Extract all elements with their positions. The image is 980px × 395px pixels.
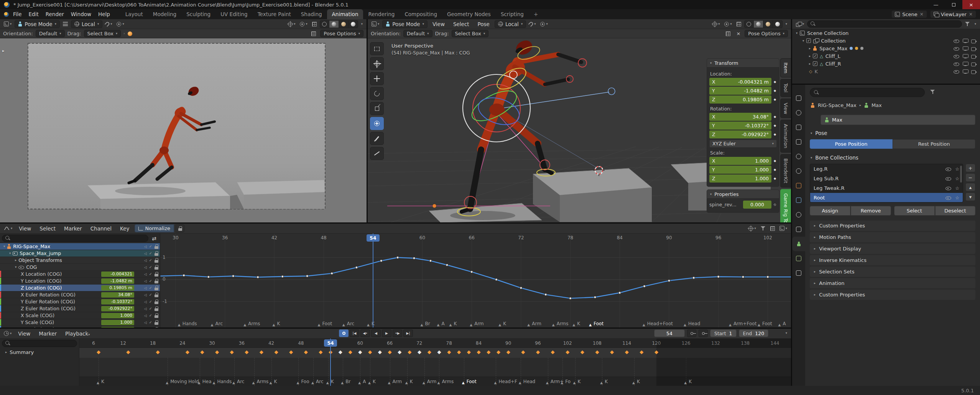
disable-viewport-icon[interactable] [963,69,968,74]
keyframe-decorator-icon[interactable]: ◆ [773,177,777,180]
outliner-row-collection[interactable]: ▾✓Collection [792,37,980,44]
summary-keyframe[interactable]: ◆ [428,349,431,354]
properties-tab-scene[interactable] [792,149,805,164]
keyframe-decorator-icon[interactable]: ◆ [773,133,777,136]
start-frame-field[interactable]: Start1 [710,329,737,337]
summary-keyframe[interactable]: ◆ [186,349,189,354]
summary-keyframe[interactable]: ◆ [319,349,322,354]
properties-tab-world[interactable] [792,164,805,178]
summary-keyframe[interactable]: ◆ [388,349,392,354]
hide-viewport-icon[interactable] [954,69,959,74]
location-y-field[interactable]: Y-1.0482 m [709,87,771,95]
filter-button[interactable] [964,21,972,27]
summary-keyframe[interactable]: ◆ [215,349,219,354]
outliner-row-cliff-r[interactable]: ▸✓△Cliff_R [792,60,980,67]
lock-icon[interactable] [155,313,158,318]
expander-icon[interactable]: ▾ [802,39,804,43]
shading-material-button[interactable] [339,20,349,28]
workspace-tab-layout[interactable]: Layout [120,9,148,19]
select-box-tool-button[interactable] [370,42,384,55]
location-z-field[interactable]: Z0.19805 m [709,95,771,104]
annotate-tool-button[interactable] [370,132,384,145]
keyframe-point[interactable] [355,266,358,268]
summary-keyframe[interactable]: ◆ [625,349,629,354]
channel-row-z-scale-cog[interactable]: Z Scale (COG)1.000◁✓ [0,326,160,328]
workspace-tab-texture-paint[interactable]: Texture Paint [253,9,296,19]
enable-checkbox-icon[interactable]: ✓ [149,293,152,297]
viewport-menu-view[interactable]: View [429,20,448,28]
outliner-row-k[interactable]: ◇K [792,67,980,75]
lock-icon[interactable] [155,286,158,290]
summary-keyframe[interactable]: ◆ [304,349,308,354]
mode-selector[interactable]: Pose Mode▾ [15,20,60,28]
keyframe-point[interactable] [742,276,744,278]
channel-row-rig-space-max[interactable]: ▾RIG-Space_Max◁✓ [0,243,160,250]
enable-checkbox-icon[interactable]: ✓ [149,286,152,290]
playback-menu[interactable]: Playback▾ [62,330,94,337]
graph-menu-channel[interactable]: Channel [87,225,115,232]
keyframe-point[interactable] [766,276,769,278]
scale-z-field[interactable]: Z1.000 [709,174,771,183]
outliner-row-space-max[interactable]: ▸Space_Max [792,44,980,52]
enable-checkbox-icon[interactable]: ✓ [149,306,152,311]
summary-keyframe[interactable]: ◆ [274,349,278,354]
sidebar-tab-item[interactable]: Item [780,58,791,77]
mute-icon[interactable]: ◁ [144,286,147,290]
mute-icon[interactable]: ◁ [144,258,147,262]
keyframe-point[interactable] [717,276,720,278]
summary-keyframe[interactable]: ◆ [230,349,234,354]
keyframe-decorator-icon[interactable]: ◇ [773,203,777,206]
channel-value-field[interactable]: 1.000 [101,313,134,318]
channel-row-space-max-jump[interactable]: ▾Space_Max_jump◁✓ [0,250,160,257]
close-button[interactable]: × [962,0,980,9]
mode-selector[interactable]: Pose Mode▾ [382,20,428,28]
show-gizmo-button[interactable]: ▾ [286,21,297,27]
x-mirror-toggle[interactable]: × [735,30,742,37]
channel-value-field[interactable]: 1.000 [101,327,134,328]
orientation-dropdown[interactable]: Default▾ [36,30,65,37]
orientation-dropdown[interactable]: Default▾ [403,30,432,37]
disable-render-icon[interactable] [971,46,977,51]
keyframe-point[interactable] [257,276,259,278]
disable-render-icon[interactable] [971,62,977,66]
solo-star-icon[interactable]: ☆ [955,195,959,201]
disable-render-icon[interactable] [971,39,977,43]
summary-keyframe[interactable]: ◆ [418,349,421,354]
summary-keyframe[interactable]: ◆ [521,349,525,354]
shading-wireframe-button[interactable] [320,20,329,28]
disable-viewport-icon[interactable] [963,46,968,51]
keyframe-decorator-icon[interactable]: ◆ [773,168,777,171]
keyframe-point[interactable] [692,276,695,279]
summary-keyframe[interactable]: ◆ [368,349,372,354]
outliner-search-input[interactable] [807,20,962,28]
keyframe-decorator-icon[interactable]: ◆ [773,159,777,163]
summary-keyframe[interactable]: ◆ [640,349,643,354]
summary-keyframe[interactable]: ◆ [506,349,510,354]
channel-row-y-scale-cog[interactable]: Y Scale (COG)1.000◁✓ [0,319,160,326]
snap-grid-button[interactable] [310,31,317,37]
editor-type-dropdown[interactable]: ▾ [2,21,13,27]
section-custom-properties-0[interactable]: ▸Custom Properties [810,221,975,231]
graph-search-input[interactable] [2,235,148,242]
summary-keyframe[interactable]: ◆ [200,349,204,354]
armature-name-field[interactable]: Max [821,115,975,125]
properties-search-input[interactable] [810,88,925,97]
workspace-tab-sculpting[interactable]: Sculpting [181,9,215,19]
summary-keyframe[interactable]: ◆ [245,349,248,354]
summary-keyframe[interactable]: ◆ [595,349,599,354]
sidebar-tab-blenderkit[interactable]: BlenderKit [780,154,791,188]
mute-icon[interactable]: ◁ [144,279,147,283]
sidebar-tab-animation[interactable]: Animation [780,120,791,153]
workspace-tab-uv-editing[interactable]: UV Editing [215,9,252,19]
hide-viewport-icon[interactable] [954,46,959,51]
editor-type-dropdown[interactable]: ▾ [2,330,13,337]
proportional-editing-dropdown[interactable]: ▾ [115,21,125,27]
keyframe-decorator-icon[interactable]: ◆ [773,80,777,84]
bone-collection-leg-r[interactable]: Leg.R☆ [810,164,963,174]
show-gizmo-button[interactable]: ▾ [711,21,721,27]
outliner-row-scene-collection[interactable]: ▾Scene Collection [792,29,980,37]
scale-y-field[interactable]: Y1.000 [709,166,771,174]
jump-to-start-button[interactable]: |◀ [350,329,359,337]
auto-normalize-button[interactable] [176,224,184,232]
mute-icon[interactable]: ◁ [144,265,147,269]
